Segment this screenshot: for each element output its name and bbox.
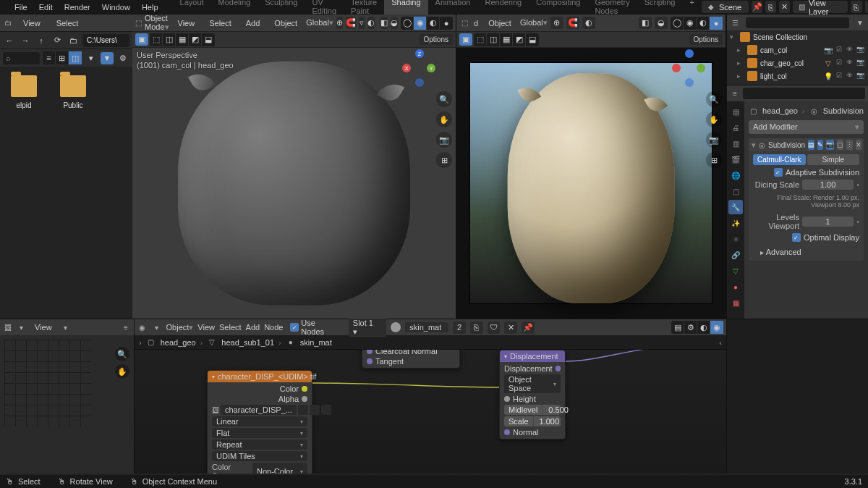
- node-graph-area[interactable]: Clearcoat Normal Tangent ▾character_DISP…: [135, 350, 726, 474]
- socket-out-disp-icon[interactable]: [556, 366, 561, 371]
- tool-cursor-icon[interactable]: ▣: [459, 33, 472, 46]
- gizmo-vis-icon[interactable]: ◧: [639, 17, 652, 29]
- nav-newdir-icon[interactable]: 🗀: [67, 34, 80, 46]
- zoom-icon[interactable]: 🔍: [115, 347, 129, 361]
- editor-3dview-icon[interactable]: ⬚: [135, 18, 142, 28]
- mod-realtime-icon[interactable]: ▤: [808, 140, 814, 150]
- menu-edit[interactable]: Edit: [33, 1, 59, 13]
- viewport-options[interactable]: Options: [420, 34, 453, 45]
- socket-icon[interactable]: [367, 350, 373, 354]
- zoom-icon[interactable]: 🔍: [436, 91, 452, 107]
- gizmo-vis-icon[interactable]: ◧: [380, 17, 388, 29]
- interp-select[interactable]: Linear▾: [212, 416, 307, 426]
- tab-output[interactable]: 🖨: [728, 120, 743, 135]
- mat-unlink-icon[interactable]: ✕: [504, 321, 517, 334]
- zoom-icon[interactable]: 🔍: [706, 91, 722, 107]
- node-editor-icon[interactable]: ◉: [137, 322, 148, 332]
- adaptive-checkbox[interactable]: ✓: [774, 168, 783, 177]
- exclude-icon[interactable]: ☑: [836, 46, 845, 54]
- viewport-options[interactable]: Options: [689, 34, 723, 45]
- img-unlink-icon[interactable]: [321, 405, 331, 415]
- ie-chevron-icon[interactable]: ▾: [61, 322, 71, 332]
- mat-pin-icon[interactable]: 📌: [522, 321, 535, 334]
- fb-filter-icon[interactable]: ▼: [101, 52, 114, 64]
- overlay-vis-icon[interactable]: ◒: [655, 17, 668, 29]
- node-displacement[interactable]: ▾Displacement Displacement Object Space▾…: [499, 350, 566, 439]
- pivot-icon[interactable]: ⊕: [336, 17, 343, 29]
- mat-users-button[interactable]: 2: [453, 321, 466, 334]
- ne-view[interactable]: View: [197, 323, 215, 332]
- fb-select[interactable]: Select: [51, 17, 85, 29]
- orientation-selector[interactable]: Global▾: [520, 18, 548, 28]
- socket-out-alpha-icon[interactable]: [302, 396, 307, 402]
- socket-out-color-icon[interactable]: [302, 386, 307, 392]
- menu-help[interactable]: Help: [136, 1, 164, 13]
- img-open-icon[interactable]: [310, 405, 320, 415]
- menu-render[interactable]: Render: [59, 1, 96, 13]
- orientation-selector[interactable]: Global▾: [306, 18, 333, 28]
- nav-fwd-icon[interactable]: →: [19, 34, 32, 46]
- nav-refresh-icon[interactable]: ⟳: [51, 34, 64, 46]
- ne-add[interactable]: Add: [246, 323, 260, 332]
- filter-icon[interactable]: ▼: [855, 17, 865, 28]
- proportional-icon[interactable]: ◐: [367, 17, 375, 29]
- proportional-icon[interactable]: ◐: [582, 17, 595, 29]
- shading-modes-right[interactable]: ◯◉◐●: [671, 17, 723, 30]
- fb-search-input[interactable]: ⌕: [3, 52, 40, 64]
- menu-window[interactable]: Window: [96, 1, 136, 13]
- persp-icon[interactable]: ⊞: [706, 152, 722, 168]
- socket-normal-icon[interactable]: [504, 429, 510, 435]
- disclosure-icon[interactable]: ▾: [752, 140, 756, 150]
- outliner-editor-icon[interactable]: ☰: [730, 17, 740, 28]
- image-datablock[interactable]: character_DISP_...: [221, 405, 297, 415]
- properties-search[interactable]: [743, 88, 865, 99]
- nav-back-icon[interactable]: ←: [3, 34, 16, 46]
- tab-constraints[interactable]: 🔗: [728, 248, 743, 262]
- disclosure-icon[interactable]: ▸: [737, 46, 744, 54]
- scene-del-icon[interactable]: ✕: [779, 1, 790, 13]
- uv-grid[interactable]: 🔍 ✋: [0, 335, 134, 474]
- tab-particles[interactable]: ✨: [728, 216, 743, 230]
- tab-viewlayer[interactable]: ▥: [728, 136, 743, 151]
- modifier-name[interactable]: Subdivision: [768, 141, 805, 149]
- snap-icon[interactable]: 🧲: [566, 17, 579, 29]
- outliner-search[interactable]: [746, 17, 849, 28]
- material-name-input[interactable]: skin_mat: [405, 322, 448, 332]
- snap-target-icon[interactable]: ▿: [359, 17, 365, 29]
- mod-edit-icon[interactable]: ✎: [817, 140, 823, 150]
- tab-world[interactable]: 🌐: [728, 168, 743, 182]
- vp-add[interactable]: Add: [240, 17, 266, 29]
- optimal-checkbox[interactable]: ✓: [792, 233, 801, 242]
- tab-material[interactable]: ●: [728, 279, 743, 294]
- scale-input[interactable]: Scale1.000: [504, 416, 561, 426]
- camera-icon[interactable]: 📷: [436, 132, 452, 148]
- mat-fake-icon[interactable]: 🛡: [488, 321, 501, 334]
- midlevel-input[interactable]: Midlevel0.500: [504, 405, 561, 415]
- folder-item[interactable]: elpid: [6, 75, 42, 109]
- tab-texture[interactable]: ▦: [728, 295, 743, 310]
- filebrowser-editor-icon[interactable]: 🗀: [3, 18, 13, 28]
- vp-view[interactable]: View: [172, 17, 201, 29]
- ne-node[interactable]: Node: [264, 323, 283, 332]
- tiles-select[interactable]: UDIM Tiles▾: [212, 451, 307, 461]
- viewlayer-selector[interactable]: ▧ View Layer: [793, 1, 848, 13]
- mod-close-icon[interactable]: ✕: [856, 140, 861, 150]
- vp-object[interactable]: Object: [482, 17, 517, 29]
- node-principled-partial[interactable]: Clearcoat Normal Tangent: [362, 350, 460, 369]
- tab-physics[interactable]: ⚛: [728, 232, 743, 246]
- snap-icon[interactable]: 🧲: [346, 17, 356, 29]
- mod-cage-icon[interactable]: ▢: [837, 140, 843, 150]
- space-select[interactable]: Object Space▾: [504, 374, 561, 393]
- fb-view[interactable]: View: [17, 17, 46, 29]
- viewport-3d-area[interactable]: User Perspective (1001) cam_col | head_g…: [132, 48, 456, 319]
- tab-object[interactable]: ▢: [728, 184, 743, 198]
- node-object-selector[interactable]: Object▾: [166, 323, 194, 332]
- pan-icon[interactable]: ✋: [115, 364, 129, 379]
- editor-3dview-icon[interactable]: ⬚: [459, 18, 469, 28]
- node-image-texture[interactable]: ▾character_DISP_<UDIM>.tif Color Alpha 🖼…: [207, 370, 312, 474]
- nav-up-icon[interactable]: ↑: [35, 34, 48, 46]
- img-users-icon[interactable]: [298, 405, 308, 415]
- mod-render-icon[interactable]: 📷: [826, 140, 834, 150]
- pan-icon[interactable]: ✋: [436, 112, 452, 127]
- socket-height-icon[interactable]: [504, 396, 510, 402]
